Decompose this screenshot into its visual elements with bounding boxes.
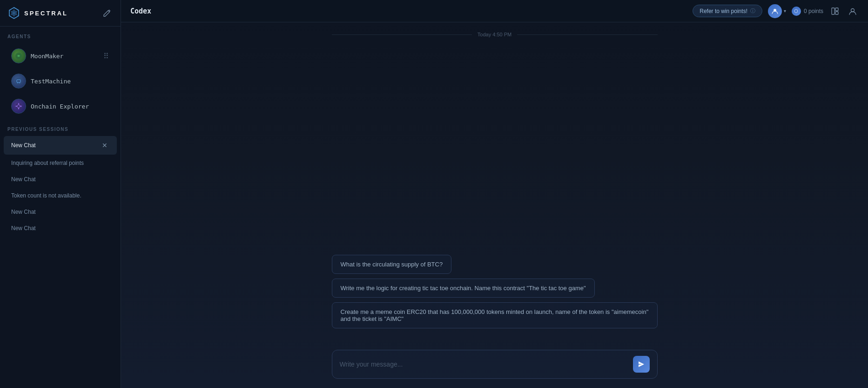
logo-area: SPECTRAL xyxy=(7,7,68,20)
topbar-right: Refer to win points! ⓘ ▾ ⬡ 0 points xyxy=(693,4,859,18)
points-icon: ⬡ xyxy=(792,7,801,16)
page-title: Codex xyxy=(130,7,151,15)
onchain-avatar-icon xyxy=(14,102,23,110)
suggestion-text-2: Write me the logic for creating tic tac … xyxy=(341,285,586,292)
session-label-4: New Chat xyxy=(11,225,36,231)
suggestion-text-3: Create me a meme coin ERC20 that has 100… xyxy=(341,308,649,322)
spectral-logo-icon xyxy=(7,7,20,20)
refer-label: Refer to win points! xyxy=(700,8,747,14)
suggestion-card-3[interactable]: Create me a meme coin ERC20 that has 100… xyxy=(332,302,658,328)
suggestion-card-1[interactable]: What is the circulating supply of BTC? xyxy=(332,255,452,274)
session-item-new-chat-4[interactable]: New Chat xyxy=(4,220,117,236)
chat-area: Today 4:50 PM What is the circulating su… xyxy=(121,22,868,342)
agent-item-testmachine[interactable]: TestMachine xyxy=(4,69,117,93)
agent-item-moonmaker[interactable]: MoonMaker ⠿ xyxy=(4,44,117,68)
agent-name-testmachine: TestMachine xyxy=(31,78,71,85)
sidebar: SPECTRAL AGENTS MoonMaker ⠿ xyxy=(0,0,121,388)
user-avatar-button[interactable]: ▾ xyxy=(768,4,786,18)
send-button[interactable] xyxy=(633,356,650,373)
svg-point-6 xyxy=(15,78,22,84)
user-profile-icon-button[interactable] xyxy=(847,5,859,17)
agents-section-label: AGENTS xyxy=(0,27,121,43)
input-container xyxy=(332,350,658,379)
session-item-token-count[interactable]: Token count is not available. xyxy=(4,188,117,204)
agent-grid-icon: ⠿ xyxy=(103,52,109,61)
chevron-down-icon: ▾ xyxy=(784,8,786,14)
session-label-3: New Chat xyxy=(11,209,36,215)
topbar: Codex Refer to win points! ⓘ ▾ ⬡ 0 point… xyxy=(121,0,868,22)
layout-icon xyxy=(831,7,839,15)
agent-avatar-testmachine xyxy=(11,74,26,88)
agent-item-onchain[interactable]: Onchain Explorer xyxy=(4,94,117,118)
suggestion-card-2[interactable]: Write me the logic for creating tic tac … xyxy=(332,279,595,298)
session-item-new-chat-active[interactable]: New Chat ✕ xyxy=(4,136,117,155)
new-chat-button[interactable] xyxy=(101,7,113,19)
session-item-new-chat-3[interactable]: New Chat xyxy=(4,204,117,220)
svg-point-15 xyxy=(20,106,22,107)
points-label: 0 points xyxy=(804,8,823,14)
testmachine-avatar-icon xyxy=(14,77,23,85)
message-input[interactable] xyxy=(340,361,628,368)
session-label-token: Token count is not available. xyxy=(11,192,81,199)
svg-rect-18 xyxy=(835,8,838,11)
info-icon: ⓘ xyxy=(750,7,755,14)
svg-point-13 xyxy=(18,108,20,109)
svg-rect-19 xyxy=(835,12,838,14)
layout-icon-button[interactable] xyxy=(829,5,841,17)
svg-point-12 xyxy=(18,103,20,105)
refer-button[interactable]: Refer to win points! ⓘ xyxy=(693,5,762,17)
agent-name-onchain: Onchain Explorer xyxy=(31,103,89,110)
sessions-list: New Chat ✕ Inquiring about referral poin… xyxy=(0,136,121,237)
logo-text: SPECTRAL xyxy=(24,10,68,17)
session-close-button[interactable]: ✕ xyxy=(100,141,109,150)
session-item-referral[interactable]: Inquiring about referral points xyxy=(4,155,117,171)
session-item-new-chat-2[interactable]: New Chat xyxy=(4,171,117,187)
agents-list: MoonMaker ⠿ TestMachine xyxy=(0,43,121,119)
svg-rect-17 xyxy=(832,8,834,14)
session-label-referral: Inquiring about referral points xyxy=(11,160,84,166)
profile-icon xyxy=(848,7,857,15)
points-badge: ⬡ 0 points xyxy=(792,7,823,16)
agent-avatar-moonmaker xyxy=(11,48,26,63)
send-icon xyxy=(638,361,645,368)
timestamp-text: Today 4:50 PM xyxy=(478,32,511,37)
edit-icon xyxy=(103,9,111,17)
input-area xyxy=(121,342,868,388)
sidebar-header: SPECTRAL xyxy=(0,0,121,27)
moonmaker-avatar-icon xyxy=(14,52,23,60)
user-avatar xyxy=(768,4,782,18)
suggestion-text-1: What is the circulating supply of BTC? xyxy=(341,261,443,268)
agent-avatar-onchain xyxy=(11,99,26,114)
agent-name-moonmaker: MoonMaker xyxy=(31,53,63,60)
user-icon xyxy=(771,7,779,15)
main-panel: Codex Refer to win points! ⓘ ▾ ⬡ 0 point… xyxy=(121,0,868,388)
session-label-2: New Chat xyxy=(11,176,36,183)
sessions-section-label: PREVIOUS SESSIONS xyxy=(0,119,121,136)
timestamp-divider: Today 4:50 PM xyxy=(332,32,658,37)
suggestions-area: What is the circulating supply of BTC? W… xyxy=(332,47,658,333)
session-label-active: New Chat xyxy=(11,142,36,149)
svg-point-14 xyxy=(16,106,17,107)
